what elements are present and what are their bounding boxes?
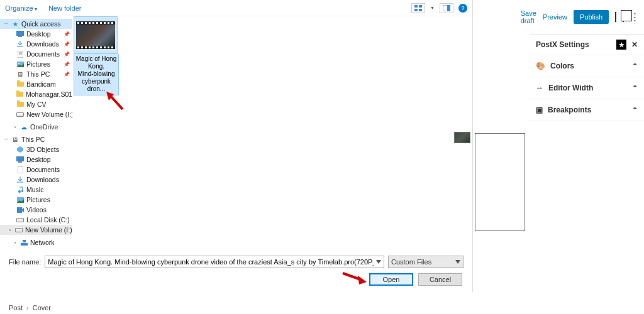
folder-icon: [17, 102, 24, 107]
save-draft-link[interactable]: Save draft: [521, 9, 536, 24]
desktop-icon: [16, 156, 24, 163]
dialog-bottom-bar: File name: Custom Files Open Cancel: [0, 251, 472, 292]
editor-drop-zone[interactable]: [475, 133, 525, 231]
file-name-label: Magic of Hong Kong. Mind-blowing cyberpu…: [74, 54, 119, 95]
svg-rect-21: [23, 240, 26, 242]
block-breadcrumb: Post › Cover: [9, 304, 51, 311]
nav-pc-pictures[interactable]: Pictures: [0, 195, 72, 205]
nav-qa-desktop[interactable]: Desktop📌: [0, 29, 72, 39]
nav-qa-downloads[interactable]: Downloads📌: [0, 39, 72, 49]
pin-icon: 📌: [64, 51, 70, 57]
view-dropdown-icon[interactable]: ▼: [430, 6, 435, 10]
annotation-arrow: [104, 92, 126, 111]
folder-icon: [17, 82, 24, 87]
chevron-right-icon: ›: [26, 304, 29, 311]
nav-onedrive[interactable]: ›☁OneDrive: [0, 122, 72, 132]
nav-tree: ﹀★Quick access Desktop📌 Downloads📌 Docum…: [0, 16, 72, 250]
pictures-icon: [16, 196, 24, 203]
3d-icon: [16, 146, 24, 153]
svg-rect-7: [18, 36, 22, 37]
downloads-icon: [16, 176, 24, 183]
nav-pc-music[interactable]: Music: [0, 185, 72, 195]
new-folder-button[interactable]: New folder: [48, 4, 82, 12]
organize-menu[interactable]: Organize: [5, 4, 37, 12]
crumb-cover[interactable]: Cover: [33, 304, 51, 311]
open-button[interactable]: Open: [369, 273, 413, 286]
nav-pc-downloads[interactable]: Downloads: [0, 175, 72, 185]
pin-icon: 📌: [64, 62, 70, 67]
cancel-button[interactable]: Cancel: [418, 273, 462, 286]
help-icon[interactable]: ?: [458, 4, 467, 13]
nav-qa-newvol[interactable]: New Volume (I:): [0, 109, 72, 119]
nav-pc-3d[interactable]: 3D Objects: [0, 144, 72, 154]
svg-rect-15: [18, 166, 23, 173]
nav-quick-access[interactable]: ﹀★Quick access: [0, 19, 72, 29]
file-dialog: Organize New folder ▼ ? ﹀★Quick access D…: [0, 0, 473, 292]
drive-icon: [15, 228, 23, 232]
nav-pc-newvol[interactable]: ›New Volume (I:): [0, 225, 72, 235]
nav-pc-documents[interactable]: Documents: [0, 165, 72, 175]
postx-settings-header: PostX Settings ★ ✕: [530, 35, 644, 55]
svg-point-16: [18, 190, 21, 193]
drag-preview-thumbnail: [454, 132, 470, 143]
chevron-up-icon: ⌃: [632, 84, 638, 92]
svg-rect-1: [419, 5, 422, 8]
nav-qa-pictures[interactable]: Pictures📌: [0, 59, 72, 69]
file-list[interactable]: Magic of Hong Kong. Mind-blowing cyberpu…: [72, 16, 472, 250]
pin-icon: 📌: [64, 41, 70, 47]
nav-qa-mohanagar[interactable]: Mohanagar.S01.108: [0, 89, 72, 99]
pin-icon: 📌: [64, 72, 70, 77]
svg-rect-14: [18, 161, 22, 163]
network-icon: [20, 239, 28, 246]
video-thumbnail: [76, 21, 115, 49]
nav-qa-bandicam[interactable]: Bandicam: [0, 79, 72, 89]
pictures-icon: [16, 60, 24, 68]
sidebar-toggle-icon[interactable]: [615, 12, 616, 22]
filename-input[interactable]: [45, 256, 384, 268]
nav-pc-localdisk[interactable]: Local Disk (C:): [0, 215, 72, 225]
acc-breakpoints[interactable]: ▣Breakpoints ⌃: [530, 99, 644, 121]
pc-icon: 🖥: [11, 136, 19, 143]
crumb-post[interactable]: Post: [9, 304, 23, 311]
breakpoints-icon: ▣: [536, 106, 543, 114]
publish-button[interactable]: Publish: [574, 10, 609, 24]
file-item-selected[interactable]: Magic of Hong Kong. Mind-blowing cyberpu…: [74, 16, 119, 95]
palette-icon: 🎨: [536, 62, 545, 70]
drive-icon: [16, 218, 24, 222]
chevron-up-icon: ⌃: [632, 62, 638, 70]
acc-editor-width[interactable]: ↔Editor Width ⌃: [530, 77, 644, 99]
pc-icon: 🖥: [16, 70, 24, 78]
acc-colors[interactable]: 🎨Colors ⌃: [530, 55, 644, 77]
nav-pc-desktop[interactable]: Desktop: [0, 154, 72, 165]
svg-rect-2: [414, 9, 418, 11]
nav-qa-thispc[interactable]: 🖥This PC📌: [0, 69, 72, 79]
svg-point-17: [21, 190, 23, 192]
cloud-icon: ☁: [20, 123, 28, 131]
preview-pane-button[interactable]: [440, 3, 453, 13]
star-icon[interactable]: ★: [616, 40, 626, 50]
music-icon: [16, 186, 24, 193]
nav-network[interactable]: ›Network: [0, 237, 72, 247]
svg-rect-6: [16, 31, 24, 36]
svg-rect-13: [16, 156, 24, 161]
file-type-filter[interactable]: Custom Files: [388, 256, 464, 268]
block-settings-icon[interactable]: [623, 12, 624, 22]
nav-pc-videos[interactable]: Videos: [0, 205, 72, 215]
preview-link[interactable]: Preview: [543, 13, 567, 21]
filename-label: File name:: [9, 258, 41, 266]
svg-rect-5: [447, 5, 450, 11]
editor-top-bar: Save draft Preview Publish ⋮: [530, 0, 644, 35]
editor-right-panel: Save draft Preview Publish ⋮ PostX Setti…: [530, 0, 644, 314]
documents-icon: [16, 50, 24, 58]
documents-icon: [16, 166, 24, 173]
nav-qa-documents[interactable]: Documents📌: [0, 49, 72, 59]
annotation-arrow: [341, 271, 367, 284]
videos-icon: [16, 206, 24, 214]
dialog-toolbar: Organize New folder ▼ ?: [0, 0, 472, 16]
pin-icon: 📌: [64, 31, 70, 37]
nav-qa-mycv[interactable]: My CV: [0, 99, 72, 109]
nav-thispc[interactable]: ﹀🖥This PC: [0, 134, 72, 144]
close-icon[interactable]: ✕: [631, 40, 638, 49]
view-mode-button[interactable]: [411, 3, 425, 13]
folder-icon: [16, 92, 23, 97]
